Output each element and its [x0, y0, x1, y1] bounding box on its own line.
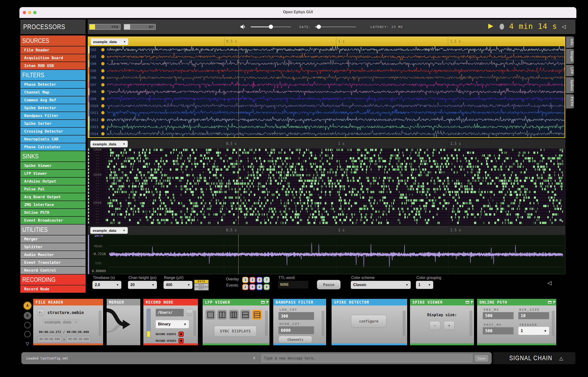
- low-cut-field[interactable]: 300: [279, 312, 314, 320]
- channel-audio-select-dot[interactable]: [101, 97, 105, 100]
- channel-audio-select-dot[interactable]: [101, 111, 105, 114]
- channel-audio-select-dot[interactable]: [101, 69, 105, 72]
- channel-audio-select-dot[interactable]: [101, 62, 105, 65]
- processor-item-phase-calculator[interactable]: Phase Calculator: [20, 143, 86, 151]
- processor-item-crossing-detector[interactable]: Crossing Detector: [20, 127, 86, 135]
- lfp-traces-area[interactable]: CH2CH3CH4CH5CH6CH7CH8CH9CH10CH11CH12CH13…: [88, 46, 564, 137]
- module-drag-grip[interactable]: [322, 311, 324, 336]
- layout-single-button[interactable]: [206, 310, 215, 320]
- viewport-tab-psth[interactable]: PSTH: [566, 94, 574, 108]
- module-drag-grip[interactable]: [470, 311, 472, 336]
- collapse-controls-icon[interactable]: ◁: [562, 24, 566, 30]
- lfp-channel-row-ch8[interactable]: CH8: [88, 88, 564, 95]
- record-spikes-toggle[interactable]: [178, 338, 184, 343]
- layout-3row-button[interactable]: [252, 310, 262, 320]
- processor-item-spike-sorter[interactable]: Spike Sorter: [20, 119, 86, 127]
- lfp-channel-row-ch11[interactable]: CH11: [88, 109, 564, 116]
- processor-item-acquisition-board[interactable]: Acquisition Board: [20, 54, 86, 62]
- viewport-tab-lfp[interactable]: LFP: [566, 65, 574, 76]
- layout-3col-button[interactable]: [229, 310, 239, 320]
- processor-item-intan-rhd-usb[interactable]: Intan RHD USB: [20, 62, 86, 69]
- display-size-increase-button[interactable]: +: [444, 321, 454, 330]
- lfp-subprocessor-dropdown[interactable]: example_data▼: [91, 38, 128, 45]
- pin-tab-icon[interactable]: [471, 301, 472, 304]
- overlay-event-button-7[interactable]: 7: [264, 277, 270, 283]
- range-tab-data[interactable]: DATA: [194, 280, 208, 283]
- configure-button[interactable]: configure: [351, 315, 387, 328]
- open-window-icon[interactable]: [548, 301, 551, 304]
- stream-slot-button[interactable]: [24, 322, 31, 329]
- post-ms-field[interactable]: 500: [483, 327, 514, 334]
- record-format-dropdown[interactable]: Binary▼: [156, 320, 189, 328]
- record-node-header[interactable]: RECORD NODE: [143, 299, 198, 306]
- lfp-channel-row-ch10[interactable]: CH10: [88, 102, 564, 109]
- processor-item-event-broadcaster[interactable]: Event Broadcaster: [20, 216, 86, 224]
- pre-ms-field[interactable]: 500: [483, 312, 514, 319]
- overlay-event-button-2[interactable]: 2: [242, 284, 248, 290]
- module-drag-grip[interactable]: [403, 311, 405, 336]
- sync-displays-button[interactable]: SYNC DISPLAYS: [214, 326, 257, 337]
- record-button[interactable]: [500, 24, 504, 30]
- channel-audio-select-dot[interactable]: [101, 90, 105, 93]
- processor-item-merger[interactable]: Merger: [20, 235, 86, 243]
- viewport-tab-graph[interactable]: Graph: [566, 49, 574, 64]
- channel-audio-select-dot[interactable]: [101, 55, 105, 58]
- lfp-channel-row-ch5[interactable]: CH5: [88, 67, 564, 74]
- processor-item-bandpass-filter[interactable]: Bandpass Filter: [20, 112, 86, 119]
- raster-subprocessor-dropdown[interactable]: example_data▼: [90, 141, 128, 147]
- processor-item-splitter[interactable]: Splitter: [20, 243, 86, 250]
- rail-expand-icon[interactable]: ▽: [26, 341, 29, 346]
- pin-tab-icon[interactable]: [553, 301, 554, 304]
- overlay-event-button-1[interactable]: 1: [242, 277, 248, 283]
- lfp-viewer-header[interactable]: LFP VIEWER: [203, 299, 270, 306]
- processor-item-event-translator[interactable]: Event Translator: [20, 258, 86, 266]
- lfp-channel-row-ch3[interactable]: CH3: [88, 53, 564, 60]
- channel-audio-select-dot[interactable]: [101, 76, 105, 79]
- merger-header[interactable]: MERGER: [107, 299, 140, 306]
- stream-a-button[interactable]: A: [24, 302, 31, 309]
- raster-area[interactable]: CH59----------------CH39----------------…: [88, 149, 565, 224]
- viewport-tab-info[interactable]: Info: [566, 36, 574, 48]
- processor-item-pulse-pal[interactable]: Pulse Pal: [20, 185, 86, 193]
- module-drag-grip[interactable]: [194, 311, 196, 336]
- processor-item-spike-viewer[interactable]: Spike Viewer: [20, 162, 86, 169]
- channel-audio-select-dot[interactable]: [101, 132, 105, 135]
- channels-button[interactable]: Channels: [279, 336, 312, 343]
- processor-item-online-psth[interactable]: Online PSTH: [20, 208, 86, 216]
- processor-item-record-control[interactable]: Record Control: [20, 266, 86, 274]
- pause-button[interactable]: Pause: [317, 280, 341, 289]
- processor-item-arduino-output[interactable]: Arduino Output: [20, 177, 86, 185]
- message-input[interactable]: [261, 354, 472, 362]
- spike-viewer-header[interactable]: SPIKE VIEWER: [410, 299, 474, 306]
- analog-trace-area[interactable]: DATA MEAN: -0.7216 STD: 8.80809: [88, 235, 565, 274]
- color-scheme-dropdown[interactable]: Classic▼: [351, 281, 411, 289]
- processor-item-lfp-viewer[interactable]: LFP Viewer: [20, 169, 86, 177]
- lfp-channel-row-ch12[interactable]: CH12: [88, 116, 564, 123]
- lfp-channel-row-ch2[interactable]: CH2: [88, 46, 564, 53]
- lfp-channel-row-ch13[interactable]: CH13: [88, 123, 564, 130]
- volume-slider[interactable]: [251, 26, 291, 27]
- module-drag-grip[interactable]: [552, 311, 554, 336]
- gate-slider-knob[interactable]: [317, 25, 321, 29]
- file-reader-stream-dropdown[interactable]: example_data▼: [42, 319, 80, 326]
- processor-item-neuropixels-car[interactable]: Neuropixels CAR: [20, 135, 86, 143]
- overlay-event-button-8[interactable]: 8: [264, 284, 270, 290]
- viewport-tab-spikes[interactable]: Spikes: [566, 77, 574, 93]
- processor-item-zmq-interface[interactable]: ZMQ Interface: [20, 200, 86, 208]
- channel-audio-select-dot[interactable]: [101, 125, 105, 129]
- save-message-button[interactable]: Save: [475, 355, 489, 362]
- volume-slider-knob[interactable]: [269, 25, 273, 29]
- overlay-event-button-4[interactable]: 4: [249, 284, 256, 290]
- layout-2row-button[interactable]: [240, 310, 250, 320]
- playback-end-field[interactable]: 00:00:30.000: [66, 336, 91, 342]
- channel-audio-select-dot[interactable]: [101, 104, 105, 107]
- overlay-event-button-6[interactable]: 6: [257, 284, 263, 290]
- channel-audio-select-dot[interactable]: [101, 48, 105, 51]
- overlay-event-button-3[interactable]: 3: [249, 277, 256, 283]
- online-psth-header[interactable]: ONLINE PSTH: [477, 299, 556, 306]
- layout-2col-button[interactable]: [217, 310, 227, 320]
- play-button[interactable]: ▶: [488, 23, 493, 29]
- analog-subprocessor-dropdown[interactable]: example_data▼: [90, 227, 128, 234]
- spike-detector-header[interactable]: SPIKE DETECTOR: [331, 299, 407, 306]
- high-cut-field[interactable]: 6000: [279, 326, 314, 334]
